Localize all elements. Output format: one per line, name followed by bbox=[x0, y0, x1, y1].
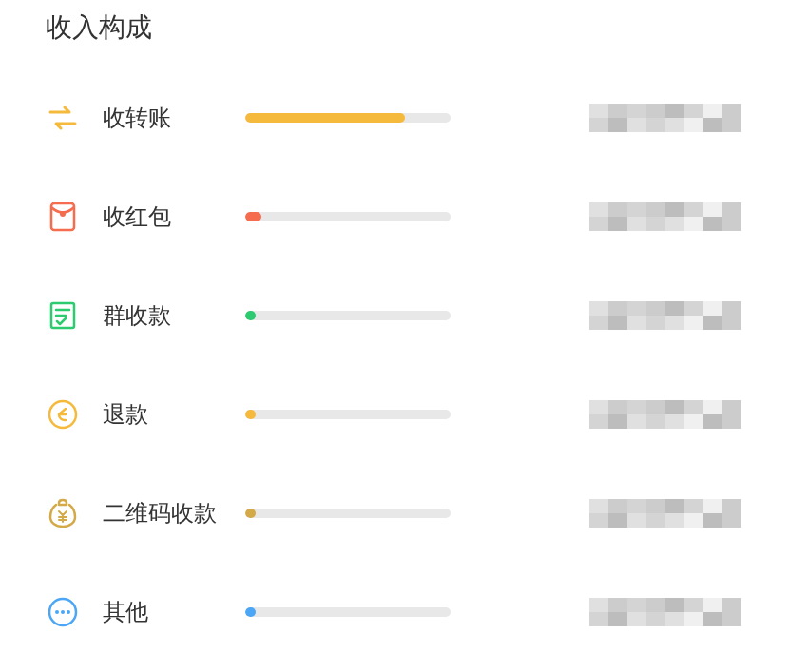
list-item[interactable]: 其他 bbox=[46, 595, 741, 629]
progress-bar bbox=[245, 212, 451, 221]
progress-bar bbox=[245, 311, 451, 320]
progress-fill bbox=[245, 410, 256, 419]
section-title: 收入构成 bbox=[46, 10, 741, 46]
svg-point-7 bbox=[55, 610, 59, 614]
list-item[interactable]: 二维码收款 bbox=[46, 496, 741, 530]
svg-point-8 bbox=[61, 610, 65, 614]
svg-point-1 bbox=[60, 211, 66, 217]
progress-fill bbox=[245, 509, 256, 518]
progress-fill bbox=[245, 607, 256, 617]
amount-value bbox=[589, 202, 741, 231]
svg-point-9 bbox=[67, 610, 70, 614]
amount-value bbox=[589, 499, 741, 528]
amount-value bbox=[589, 301, 741, 330]
refund-icon bbox=[46, 397, 80, 432]
amount-value bbox=[589, 400, 741, 429]
list-item[interactable]: 群收款 bbox=[46, 298, 741, 333]
progress-bar bbox=[245, 410, 451, 419]
progress-bar bbox=[245, 607, 451, 617]
progress-bar bbox=[245, 113, 451, 123]
item-label: 收转账 bbox=[103, 103, 236, 133]
progress-fill bbox=[245, 113, 405, 123]
amount-value bbox=[589, 598, 741, 626]
item-label: 退款 bbox=[103, 399, 236, 430]
progress-bar bbox=[245, 509, 451, 518]
item-label: 其他 bbox=[103, 597, 236, 627]
list-item[interactable]: 退款 bbox=[46, 397, 741, 432]
qr-collect-icon bbox=[46, 496, 80, 530]
income-list: 收转账 收红包 bbox=[46, 101, 741, 629]
progress-fill bbox=[245, 212, 261, 221]
item-label: 二维码收款 bbox=[103, 498, 236, 528]
more-icon bbox=[46, 595, 80, 629]
amount-value bbox=[589, 104, 741, 132]
item-label: 群收款 bbox=[103, 300, 236, 331]
list-item[interactable]: 收红包 bbox=[46, 200, 741, 234]
transfer-icon bbox=[46, 101, 80, 135]
progress-fill bbox=[245, 311, 256, 320]
item-label: 收红包 bbox=[103, 202, 236, 232]
group-collect-icon bbox=[46, 298, 80, 333]
list-item[interactable]: 收转账 bbox=[46, 101, 741, 135]
red-envelope-icon bbox=[46, 200, 80, 234]
